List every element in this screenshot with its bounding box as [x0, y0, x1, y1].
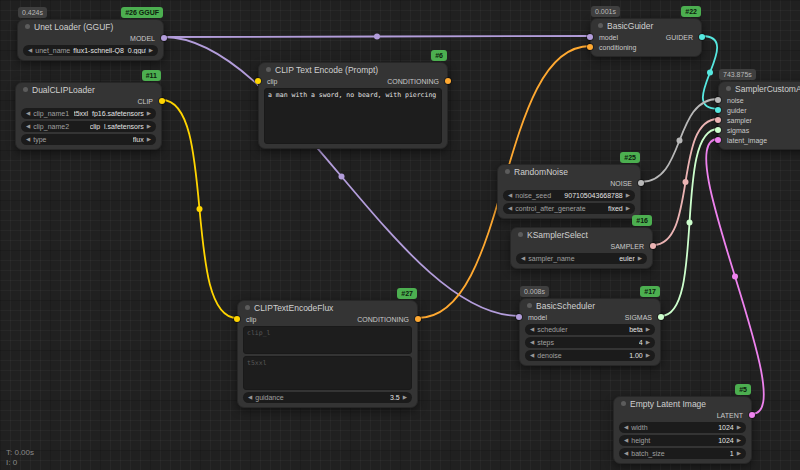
CLIP-output-socket[interactable] — [159, 98, 165, 104]
decrement-arrow-icon[interactable]: ◀ — [26, 137, 30, 143]
decrement-arrow-icon[interactable]: ◀ — [28, 48, 32, 54]
sigmas-input-socket[interactable] — [715, 127, 721, 133]
widget-batch_size[interactable]: ◀batch_size1▶ — [619, 448, 746, 459]
node-basicscheduler[interactable]: 0.008s#17BasicSchedulermodelSIGMAS◀sched… — [519, 298, 661, 366]
increment-arrow-icon[interactable]: ▶ — [149, 48, 153, 54]
increment-arrow-icon[interactable]: ▶ — [646, 327, 650, 333]
widget-type[interactable]: ◀typeflux▶ — [21, 134, 156, 145]
model-input-socket[interactable] — [516, 314, 522, 320]
increment-arrow-icon[interactable]: ▶ — [737, 425, 741, 431]
node-unet-loader-gguf[interactable]: 0.424s#26 GGUFUnet Loader (GGUF)MODEL◀un… — [17, 19, 164, 61]
guider-input-socket[interactable] — [715, 107, 721, 113]
CONDITIONING-output-socket[interactable] — [445, 78, 451, 84]
increment-arrow-icon[interactable]: ▶ — [403, 395, 407, 401]
decrement-arrow-icon[interactable]: ◀ — [624, 425, 628, 431]
increment-arrow-icon[interactable]: ▶ — [737, 438, 741, 444]
collapse-dot-icon[interactable] — [266, 67, 271, 72]
collapse-dot-icon[interactable] — [598, 23, 603, 28]
node-title-bar[interactable]: DualCLIPLoader — [16, 83, 161, 96]
collapse-dot-icon[interactable] — [621, 401, 626, 406]
increment-arrow-icon[interactable]: ▶ — [737, 451, 741, 457]
node-title-bar[interactable]: SamplerCustomAdvanced — [719, 82, 800, 95]
SAMPLER-output-socket[interactable] — [650, 243, 656, 249]
decrement-arrow-icon[interactable]: ◀ — [530, 353, 534, 359]
clip-input-socket[interactable] — [234, 316, 240, 322]
conditioning-input-socket[interactable] — [587, 44, 593, 50]
increment-arrow-icon[interactable]: ▶ — [147, 111, 151, 117]
noise-input-socket[interactable] — [715, 97, 721, 103]
node-title-bar[interactable]: Empty Latent Image — [614, 397, 751, 410]
widget-sampler_name[interactable]: ◀sampler_nameeuler▶ — [516, 253, 647, 264]
increment-arrow-icon[interactable]: ▶ — [626, 206, 630, 212]
decrement-arrow-icon[interactable]: ◀ — [624, 451, 628, 457]
node-randomnoise[interactable]: #25RandomNoiseNOISE◀noise_seed9071050436… — [497, 164, 641, 219]
sampler-input-socket[interactable] — [715, 117, 721, 123]
widget-value: 907105043668788 — [564, 192, 622, 199]
increment-arrow-icon[interactable]: ▶ — [147, 137, 151, 143]
decrement-arrow-icon[interactable]: ◀ — [624, 438, 628, 444]
widget-guidance[interactable]: ◀guidance3.5▶ — [243, 392, 412, 403]
decrement-arrow-icon[interactable]: ◀ — [508, 193, 512, 199]
widget-noise_seed[interactable]: ◀noise_seed907105043668788▶ — [503, 190, 635, 201]
decrement-arrow-icon[interactable]: ◀ — [530, 327, 534, 333]
increment-arrow-icon[interactable]: ▶ — [646, 340, 650, 346]
widget-width[interactable]: ◀width1024▶ — [619, 422, 746, 433]
node-title-bar[interactable]: BasicScheduler — [520, 299, 660, 312]
widget-steps[interactable]: ◀steps4▶ — [525, 337, 655, 348]
widget-unet_name[interactable]: ◀unet_nameflux1-schnell-Q8_0.gguf▶ — [23, 45, 158, 56]
widget-scheduler[interactable]: ◀schedulerbeta▶ — [525, 324, 655, 335]
node-title-bar[interactable]: RandomNoise — [498, 165, 640, 178]
collapse-dot-icon[interactable] — [245, 305, 250, 310]
SIGMAS-output-socket[interactable] — [658, 314, 664, 320]
GUIDER-output-socket[interactable] — [699, 34, 705, 40]
clip-input-socket[interactable] — [255, 78, 261, 84]
node-basicguider[interactable]: 0.001s#22BasicGuidermodelGUIDERcondition… — [590, 18, 702, 57]
widget-control_after_generate[interactable]: ◀control_after_generatefixed▶ — [503, 203, 635, 214]
decrement-arrow-icon[interactable]: ◀ — [26, 111, 30, 117]
collapse-dot-icon[interactable] — [23, 87, 28, 92]
node-clip-text-encode-prompt[interactable]: #6CLIP Text Encode (Prompt)clipCONDITION… — [258, 62, 448, 149]
placeholder-text: t5xxl — [247, 359, 408, 367]
prompt-textarea[interactable]: a man with a sword, no beard, with pierc… — [264, 88, 442, 144]
LATENT-output-socket[interactable] — [749, 412, 755, 418]
node-title-bar[interactable]: Unet Loader (GGUF) — [18, 20, 163, 33]
node-dualcliploader[interactable]: #11DualCLIPLoaderCLIP◀clip_name1t5xxl_fp… — [15, 82, 162, 150]
collapse-dot-icon[interactable] — [527, 303, 532, 308]
node-id-badge: #11 — [142, 70, 161, 81]
node-title-bar[interactable]: KSamplerSelect — [511, 228, 652, 241]
widget-denoise[interactable]: ◀denoise1.00▶ — [525, 350, 655, 361]
increment-arrow-icon[interactable]: ▶ — [638, 256, 642, 262]
increment-arrow-icon[interactable]: ▶ — [626, 193, 630, 199]
collapse-dot-icon[interactable] — [505, 169, 510, 174]
decrement-arrow-icon[interactable]: ◀ — [26, 124, 30, 130]
node-empty-latent-image[interactable]: #5Empty Latent ImageLATENT◀width1024▶◀he… — [613, 396, 752, 464]
MODEL-output-socket[interactable] — [161, 35, 167, 41]
node-title-bar[interactable]: BasicGuider — [591, 19, 701, 32]
text-input-clip_l[interactable]: clip_l — [243, 326, 412, 354]
node-samplercustomadvanced[interactable]: 743.875sSamplerCustomAdvancednoiseguider… — [718, 81, 800, 150]
increment-arrow-icon[interactable]: ▶ — [147, 124, 151, 130]
CONDITIONING-output-socket[interactable] — [415, 316, 421, 322]
node-ksamplerselect[interactable]: #16KSamplerSelectSAMPLER◀sampler_nameeul… — [510, 227, 653, 269]
node-graph-canvas[interactable]: 0.424s#26 GGUFUnet Loader (GGUF)MODEL◀un… — [0, 0, 800, 470]
widget-height[interactable]: ◀height1024▶ — [619, 435, 746, 446]
decrement-arrow-icon[interactable]: ◀ — [248, 395, 252, 401]
latent_image-input-socket[interactable] — [715, 137, 721, 143]
text-input-t5xxl[interactable]: t5xxl — [243, 356, 412, 390]
widget-clip_name2[interactable]: ◀clip_name2clip_l.safetensors▶ — [21, 121, 156, 132]
widget-name: type — [33, 136, 46, 143]
widget-clip_name1[interactable]: ◀clip_name1t5xxl_fp16.safetensors▶ — [21, 108, 156, 119]
NOISE-output-socket[interactable] — [638, 180, 644, 186]
collapse-dot-icon[interactable] — [726, 86, 731, 91]
decrement-arrow-icon[interactable]: ◀ — [530, 340, 534, 346]
collapse-dot-icon[interactable] — [25, 24, 30, 29]
node-title-bar[interactable]: CLIPTextEncodeFlux — [238, 301, 417, 314]
decrement-arrow-icon[interactable]: ◀ — [508, 206, 512, 212]
increment-arrow-icon[interactable]: ▶ — [646, 353, 650, 359]
node-cliptextencodeflux[interactable]: #27CLIPTextEncodeFluxclipCONDITIONINGcli… — [237, 300, 418, 408]
decrement-arrow-icon[interactable]: ◀ — [521, 256, 525, 262]
collapse-dot-icon[interactable] — [518, 232, 523, 237]
model-input-socket[interactable] — [587, 34, 593, 40]
node-title-bar[interactable]: CLIP Text Encode (Prompt) — [259, 63, 447, 76]
widget-name: control_after_generate — [515, 205, 585, 212]
